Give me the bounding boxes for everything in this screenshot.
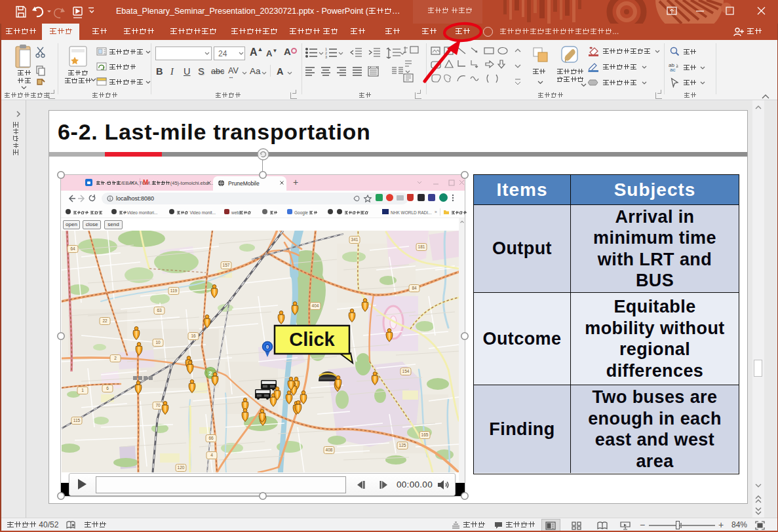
svg-text:181: 181 — [418, 244, 425, 249]
svg-text:ac: ac — [670, 67, 675, 72]
svg-text:115: 115 — [73, 418, 81, 423]
svg-text:10: 10 — [155, 340, 161, 345]
svg-text:165: 165 — [421, 432, 429, 437]
svg-text:6: 6 — [106, 386, 109, 390]
svg-text:2: 2 — [114, 356, 117, 360]
svg-text:Click: Click — [289, 329, 335, 350]
svg-text:125: 125 — [399, 443, 406, 447]
svg-text:120: 120 — [178, 465, 185, 470]
svg-text:84: 84 — [412, 286, 417, 290]
svg-text:70: 70 — [155, 403, 161, 408]
svg-text:22: 22 — [102, 318, 107, 323]
svg-text:404: 404 — [312, 303, 319, 308]
svg-text:1: 1 — [81, 388, 84, 392]
svg-text:119: 119 — [170, 288, 178, 293]
svg-text:157: 157 — [223, 263, 230, 267]
svg-text:154: 154 — [402, 369, 410, 373]
svg-text:408: 408 — [326, 447, 333, 452]
svg-text:2: 2 — [208, 370, 212, 377]
svg-text:3: 3 — [325, 55, 327, 59]
svg-text:4: 4 — [210, 453, 213, 457]
svg-text:0: 0 — [266, 345, 269, 349]
svg-text:341: 341 — [351, 237, 359, 242]
svg-text:66: 66 — [208, 436, 214, 440]
svg-text:64: 64 — [70, 246, 75, 251]
svg-text:63: 63 — [157, 308, 162, 313]
svg-text:16: 16 — [191, 333, 196, 338]
